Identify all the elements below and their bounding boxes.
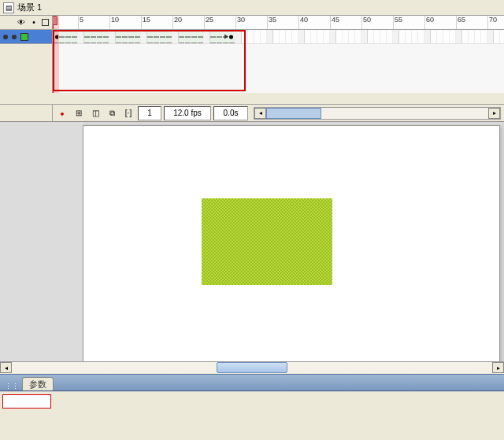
center-frame-button[interactable]: ⊞ [72, 106, 86, 120]
playhead-line[interactable] [53, 30, 59, 93]
elapsed-time-field: 0.0s [213, 106, 248, 120]
ruler-tick: 40 [298, 16, 308, 29]
timeline-footer: ⬥ ⊞ ◫ ⧉ [·] 1 12.0 fps 0.0s ◂ ▸ [0, 104, 504, 121]
scroll-track[interactable] [266, 108, 488, 119]
frames-empty-area [53, 44, 504, 93]
timeline-scrollbar[interactable]: ◂ ▸ [254, 107, 501, 120]
scene-icon: ▤ [3, 2, 14, 13]
fps-field[interactable]: 12.0 fps [164, 106, 211, 120]
timeline-panel: 👁 • 510152025303540455055606570 [0, 16, 504, 122]
timeline-header: 👁 • 510152025303540455055606570 [0, 16, 504, 30]
ruler-tick: 55 [393, 16, 402, 29]
scroll-left-button[interactable]: ◂ [254, 108, 266, 119]
scroll-right-button[interactable]: ▸ [488, 108, 500, 119]
stage-scroll-right-button[interactable]: ▸ [492, 362, 504, 373]
layer-column [0, 30, 53, 93]
ruler-tick: 10 [109, 16, 119, 29]
ruler-tick: 45 [330, 16, 339, 29]
ruler-tick: 70 [487, 16, 497, 29]
ruler-tick: 35 [267, 16, 276, 29]
timeline-body [0, 30, 504, 93]
onion-skin-outlines-button[interactable]: ⧉ [105, 106, 119, 120]
property-field-highlighted[interactable] [2, 394, 51, 409]
layer-visibility-dot[interactable] [3, 35, 8, 39]
playhead-handle[interactable] [53, 16, 57, 25]
ruler-tick: 25 [204, 16, 213, 29]
onion-skin-button[interactable]: ◫ [88, 106, 102, 120]
ruler-tick: 30 [235, 16, 245, 29]
stage[interactable] [83, 125, 500, 374]
stage-container: ◂ ▸ [0, 122, 504, 374]
ruler-tick: 60 [424, 16, 434, 29]
layer-column-header: 👁 • [0, 16, 53, 29]
stage-h-scrollbar[interactable]: ◂ ▸ [0, 361, 504, 374]
scene-title: 场景 1 [17, 2, 42, 13]
lock-icon[interactable]: • [29, 18, 39, 28]
edit-multiple-frames-button[interactable]: [·] [121, 106, 135, 120]
stage-scroll-thumb[interactable] [217, 362, 287, 373]
properties-tab[interactable]: 参数 [22, 377, 54, 390]
scroll-thumb[interactable] [266, 108, 321, 119]
current-frame-field[interactable]: 1 [138, 106, 161, 120]
panel-grip-icon[interactable]: ⋮⋮ [5, 383, 19, 390]
ruler-tick: 50 [361, 16, 371, 29]
properties-panel-body [0, 391, 504, 424]
eye-icon[interactable]: 👁 [17, 18, 26, 28]
ruler-tick: 15 [141, 16, 150, 29]
scene-bar: ▤ 场景 1 [0, 0, 504, 16]
stage-scroll-left-button[interactable]: ◂ [0, 362, 12, 373]
properties-panel-header[interactable]: ⋮⋮ 参数 [0, 374, 504, 391]
layer-color-swatch[interactable] [20, 33, 28, 41]
stage-gutter [0, 122, 83, 374]
playhead-marker-icon[interactable]: ⬥ [55, 106, 69, 120]
ruler-tick: 20 [172, 16, 182, 29]
stage-scroll-track[interactable] [12, 362, 492, 373]
layer-controls-spacer [3, 105, 53, 121]
shape-rectangle[interactable] [202, 198, 332, 285]
ruler-tick: 5 [78, 16, 83, 29]
ruler-tick: 65 [456, 16, 465, 29]
outline-icon[interactable] [42, 19, 49, 26]
layer-lock-dot[interactable] [12, 35, 17, 39]
layer-row[interactable] [0, 30, 52, 44]
frame-ruler[interactable]: 510152025303540455055606570 [53, 16, 504, 29]
frame-row[interactable] [53, 30, 504, 44]
frames-area[interactable] [53, 30, 504, 93]
